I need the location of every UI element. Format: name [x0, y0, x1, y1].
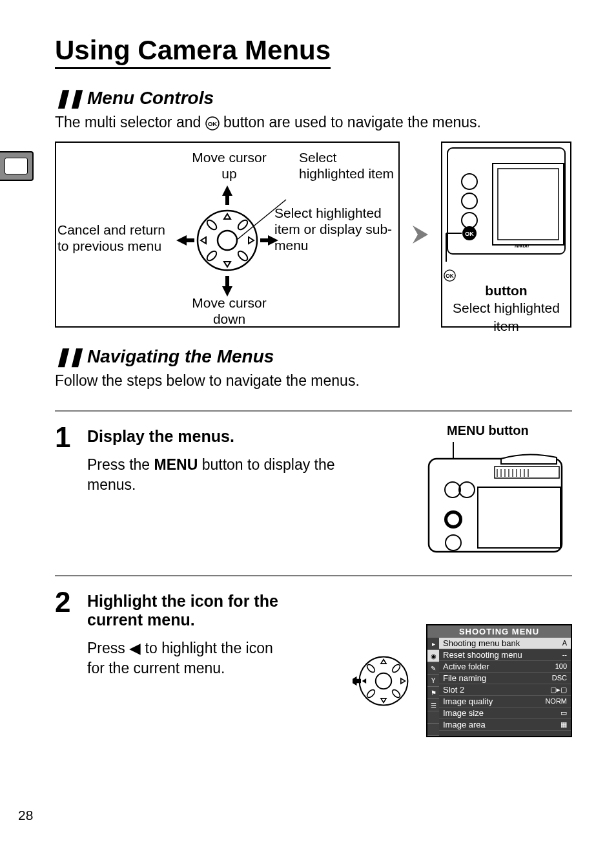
step-2: 2 Highlight the icon for the current men…	[55, 588, 572, 737]
step-1-text: Press the MENU button to display the men…	[87, 455, 339, 495]
bullet-icon: ❚❚	[55, 346, 82, 366]
svg-rect-39	[478, 487, 560, 548]
svg-text:Nikon: Nikon	[515, 243, 529, 249]
label-cancel: Cancel and return to previous menu	[57, 222, 177, 254]
screen-row: Slot 2▢▸▢	[439, 684, 571, 696]
label-move-up: Move cursor up	[185, 149, 273, 182]
label-select-right: Select highlighted item or display sub-m…	[274, 205, 396, 254]
camera-tab-icon: ◉	[427, 650, 439, 662]
ok-icon: OK	[444, 269, 569, 282]
svg-point-4	[205, 218, 218, 231]
screen-row: Active folder100	[439, 661, 571, 673]
left-arrow-icon: ◀	[129, 640, 141, 656]
screen-row: Image area▦	[439, 719, 571, 731]
section-navigating-heading: ❚❚Navigating the Menus	[55, 346, 572, 367]
svg-point-41	[447, 514, 459, 525]
right-arrow-icon	[411, 223, 429, 246]
screen-title: SHOOTING MENU	[427, 625, 571, 638]
multi-selector-diagram: Move cursor up Move cursor down Cancel a…	[55, 142, 400, 328]
ok-button-caption: OK button Select highlighted item	[442, 267, 570, 340]
camera-ok-diagram: OK Nikon OK button Select highlighted it…	[441, 142, 571, 328]
label-move-down: Move cursor down	[184, 295, 274, 327]
menu-button-label: MENU button	[447, 423, 572, 438]
bullet-icon: ❚❚	[55, 88, 82, 108]
step-1-title: Display the menus.	[87, 427, 412, 446]
step-number: 1	[55, 423, 76, 452]
page-number: 28	[18, 808, 33, 823]
section-menu-controls-heading: ❚❚Menu Controls	[55, 87, 572, 109]
svg-point-46	[365, 663, 376, 673]
screen-row: Image size▭	[439, 708, 571, 719]
svg-point-44	[376, 673, 391, 688]
screen-row: Image qualityNORM	[439, 696, 571, 708]
multi-selector-icon	[189, 202, 265, 278]
svg-text:OK: OK	[446, 273, 453, 279]
svg-point-49	[391, 688, 401, 698]
svg-point-47	[391, 663, 401, 673]
step-1: 1 Display the menus. Press the MENU butt…	[55, 423, 572, 556]
svg-point-48	[365, 688, 376, 698]
page-title: Using Camera Menus	[55, 35, 331, 69]
svg-rect-15	[498, 169, 559, 240]
section-tab	[0, 151, 34, 181]
svg-text:OK: OK	[208, 120, 217, 127]
svg-rect-45	[356, 678, 361, 683]
section-navigating-intro: Follow the steps below to navigate the m…	[55, 371, 571, 391]
svg-point-7	[236, 249, 249, 262]
screen-tab-column: ▸◉✎Y⚑☰	[427, 638, 439, 736]
shooting-menu-screen: SHOOTING MENU ▸◉✎Y⚑☰ Shooting menu bankA…	[426, 624, 572, 737]
svg-text:OK: OK	[465, 231, 474, 237]
multi-selector-left-icon	[353, 650, 415, 712]
screen-row: File namingDSC	[439, 673, 571, 684]
section-menu-controls-intro: The multi selector and OK button are use…	[55, 112, 571, 132]
svg-point-3	[218, 231, 237, 250]
step-2-title: Highlight the icon for the current menu.	[87, 592, 307, 629]
step-number: 2	[55, 588, 76, 616]
screen-row: Shooting menu bankA	[439, 638, 571, 649]
screen-row: Reset shooting menu--	[439, 649, 571, 661]
ok-icon: OK	[205, 116, 220, 131]
svg-point-5	[236, 218, 249, 231]
step-2-text: Press ◀ to highlight the icon for the cu…	[87, 638, 294, 678]
label-select-center: Select highlighted item	[299, 149, 396, 182]
svg-point-6	[205, 249, 218, 262]
camera-top-left-diagram	[424, 442, 566, 556]
